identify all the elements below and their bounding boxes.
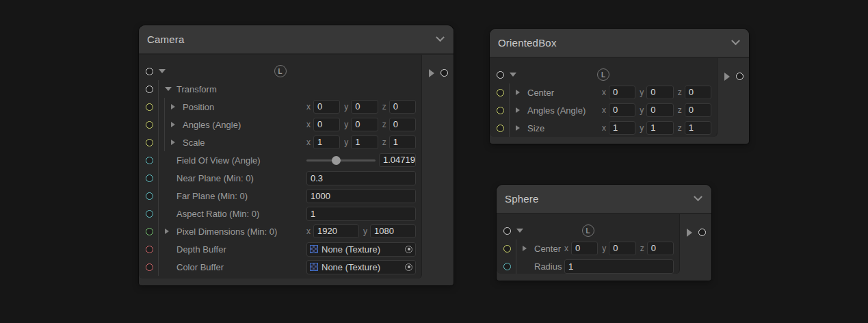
- y-field[interactable]: 0: [351, 118, 378, 131]
- input-socket[interactable]: [146, 86, 153, 93]
- input-socket[interactable]: [146, 139, 153, 146]
- node-editor-canvas[interactable]: Camera L Transform: [0, 0, 868, 323]
- z-field[interactable]: 1: [389, 135, 416, 149]
- axis-y-label: y: [602, 244, 606, 253]
- texture-thumbnail-icon: [310, 245, 318, 253]
- expand-triangle-icon[interactable]: [516, 107, 520, 113]
- input-socket[interactable]: [146, 246, 153, 253]
- indent-guide: [158, 187, 159, 205]
- output-flow-triangle-icon[interactable]: [687, 229, 692, 237]
- fov-slider[interactable]: [306, 155, 376, 165]
- input-socket[interactable]: [497, 89, 504, 96]
- node-content: L Center x0 y0 z0: [490, 58, 718, 137]
- input-socket[interactable]: [146, 228, 153, 235]
- texture-picker-icon[interactable]: [405, 246, 412, 253]
- input-flow-socket[interactable]: [503, 227, 511, 235]
- input-socket[interactable]: [503, 245, 511, 253]
- z-field[interactable]: 0: [685, 86, 711, 99]
- aspect-ratio-field[interactable]: 1: [306, 207, 416, 221]
- y-field[interactable]: 0: [351, 100, 378, 114]
- output-flow-triangle-icon[interactable]: [429, 69, 434, 77]
- number-fields: 1000: [306, 189, 416, 203]
- vec3-fields: x0 y0 z0: [306, 100, 416, 114]
- axis-z-label: z: [640, 244, 644, 253]
- z-field[interactable]: 0: [647, 242, 674, 255]
- near-plane-field[interactable]: 0.3: [306, 171, 416, 185]
- output-socket[interactable]: [698, 229, 706, 236]
- input-socket[interactable]: [497, 107, 504, 114]
- collapse-triangle-icon[interactable]: [510, 73, 516, 77]
- vec3-fields: x1 y1 z1: [306, 135, 416, 149]
- x-field[interactable]: 0: [571, 242, 598, 255]
- z-field[interactable]: 0: [685, 103, 711, 117]
- collapse-triangle-icon[interactable]: [159, 69, 166, 73]
- slider-handle[interactable]: [332, 156, 341, 165]
- input-flow-socket[interactable]: [497, 71, 504, 79]
- number-fields: 0.3: [306, 171, 416, 185]
- y-field[interactable]: 1: [351, 135, 378, 149]
- output-socket[interactable]: [736, 73, 744, 80]
- input-socket[interactable]: [146, 175, 153, 182]
- row-label: Aspect Ratio (Min: 0): [176, 209, 259, 219]
- row-aspect-ratio: Aspect Ratio (Min: 0) 1: [139, 205, 421, 222]
- output-flow-triangle-icon[interactable]: [724, 73, 730, 81]
- input-socket[interactable]: [146, 121, 153, 129]
- node-title: Camera: [147, 34, 437, 45]
- texture-thumbnail-icon: [310, 263, 318, 271]
- input-socket[interactable]: [146, 157, 153, 164]
- l-badge-icon[interactable]: L: [582, 224, 594, 237]
- x-field[interactable]: 1920: [313, 224, 359, 238]
- collapse-triangle-icon[interactable]: [165, 87, 172, 91]
- node-header[interactable]: Sphere: [497, 185, 711, 214]
- x-field[interactable]: 0: [313, 118, 340, 131]
- texture-field[interactable]: None (Texture): [306, 242, 416, 257]
- axis-z-label: z: [382, 120, 386, 129]
- input-socket[interactable]: [146, 103, 153, 111]
- row-label: Size: [527, 123, 544, 133]
- input-socket[interactable]: [503, 263, 511, 270]
- row-position: Position x0 y0 z0: [139, 98, 421, 116]
- collapse-chevron-icon[interactable]: [694, 192, 702, 201]
- z-field[interactable]: 0: [389, 118, 416, 131]
- expand-triangle-icon[interactable]: [171, 140, 175, 145]
- x-field[interactable]: 1: [609, 121, 635, 135]
- collapse-chevron-icon[interactable]: [731, 36, 740, 45]
- texture-picker-icon[interactable]: [405, 263, 412, 271]
- radius-field[interactable]: 1: [564, 259, 674, 274]
- input-socket[interactable]: [146, 263, 153, 271]
- expand-triangle-icon[interactable]: [171, 104, 175, 109]
- expand-triangle-icon[interactable]: [523, 246, 527, 251]
- expand-triangle-icon[interactable]: [516, 125, 520, 131]
- node-header[interactable]: OrientedBox: [490, 29, 749, 58]
- y-field[interactable]: 0: [646, 86, 673, 99]
- x-field[interactable]: 0: [313, 100, 340, 114]
- y-field[interactable]: 1080: [370, 224, 416, 238]
- y-field[interactable]: 0: [609, 242, 635, 255]
- z-field[interactable]: 1: [685, 121, 711, 135]
- output-socket[interactable]: [440, 69, 448, 77]
- y-field[interactable]: 1: [646, 121, 673, 135]
- z-field[interactable]: 0: [389, 100, 416, 114]
- fov-value-field[interactable]: 1.0471975: [379, 153, 416, 167]
- input-socket[interactable]: [146, 192, 153, 200]
- input-flow-socket[interactable]: [146, 68, 153, 75]
- input-socket[interactable]: [497, 125, 504, 132]
- slider-fields: 1.0471975: [306, 153, 416, 167]
- expand-triangle-icon[interactable]: [516, 90, 520, 95]
- axis-z-label: z: [382, 138, 386, 147]
- collapse-chevron-icon[interactable]: [436, 33, 445, 42]
- expand-triangle-icon[interactable]: [165, 229, 169, 234]
- input-socket[interactable]: [146, 210, 153, 218]
- l-badge-icon[interactable]: L: [597, 68, 609, 81]
- node-header[interactable]: Camera: [139, 25, 453, 55]
- l-badge-icon[interactable]: L: [274, 65, 287, 77]
- x-field[interactable]: 0: [609, 103, 635, 117]
- x-field[interactable]: 0: [609, 86, 635, 99]
- y-field[interactable]: 0: [646, 103, 673, 117]
- slider-track[interactable]: [306, 159, 376, 162]
- x-field[interactable]: 1: [313, 135, 340, 149]
- expand-triangle-icon[interactable]: [171, 122, 175, 127]
- collapse-triangle-icon[interactable]: [516, 229, 523, 233]
- texture-field[interactable]: None (Texture): [306, 260, 416, 274]
- far-plane-field[interactable]: 1000: [306, 189, 416, 203]
